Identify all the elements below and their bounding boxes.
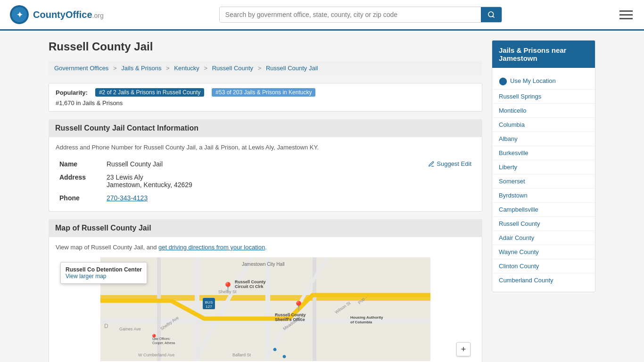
svg-text:📍: 📍 (293, 300, 305, 312)
view-larger-map-link[interactable]: View larger map (66, 273, 106, 280)
sidebar-link-item[interactable]: Liberty (492, 160, 595, 174)
breadcrumb-link-russell-county[interactable]: Russell County (212, 65, 253, 72)
svg-text:Circuit Ct Clrk: Circuit Ct Clrk (235, 284, 264, 289)
sidebar-box: Jails & Prisons near Jamestown ⬤ Use My … (492, 40, 595, 292)
logo-area: ✦ CountyOffice.org (9, 5, 104, 25)
sidebar-link-item[interactable]: Cumberland County (492, 273, 595, 287)
svg-rect-8 (265, 257, 270, 361)
svg-text:●: ● (272, 345, 277, 353)
main-content: Russell County Jail Government Offices >… (49, 40, 482, 362)
contact-row-name: Name Russell County Jail Suggest Edit (56, 157, 475, 171)
sidebar-link-item[interactable]: Somerset (492, 174, 595, 188)
svg-text:Jamestown City Hall: Jamestown City Hall (242, 262, 285, 267)
sidebar-link-item[interactable]: Russell Springs (492, 89, 595, 103)
map-section-header: Map of Russell County Jail (49, 219, 482, 237)
use-my-location-button[interactable]: ⬤ Use My Location (492, 73, 595, 89)
sidebar-link-item[interactable]: Columbia (492, 117, 595, 132)
map-container: Shelby St Shelby Ave Meadows Ln Gaines A… (56, 257, 475, 361)
name-label: Name (56, 157, 103, 171)
phone-value: 270-343-4123 (103, 191, 475, 205)
svg-text:Sheriff's Office: Sheriff's Office (275, 317, 305, 322)
sidebar-link-item[interactable]: Burkesville (492, 146, 595, 160)
svg-rect-10 (157, 257, 161, 361)
svg-text:W Cumberland Ave: W Cumberland Ave (138, 353, 174, 357)
phone-label: Phone (56, 191, 103, 205)
svg-text:Housing Authority: Housing Authority (350, 315, 383, 320)
site-header: ✦ CountyOffice.org (0, 0, 644, 31)
menu-line (619, 10, 633, 12)
search-button[interactable] (481, 7, 502, 22)
location-pin-icon: ⬤ (499, 76, 507, 85)
sidebar-links-container: Russell SpringsMonticelloColumbiaAlbanyB… (492, 89, 595, 287)
contact-section-body: Address and Phone Number for Russell Cou… (49, 137, 482, 212)
svg-text:Gaines Ave: Gaines Ave (119, 327, 141, 331)
logo-icon: ✦ (9, 5, 29, 25)
sidebar: Jails & Prisons near Jamestown ⬤ Use My … (492, 40, 595, 362)
popularity-label: Popularity: (56, 89, 88, 96)
svg-text:D: D (104, 323, 108, 329)
logo-text: CountyOffice.org (33, 9, 104, 20)
name-value: Russell County Jail Suggest Edit (103, 157, 475, 171)
svg-text:127: 127 (206, 304, 212, 309)
svg-text:●: ● (282, 352, 287, 360)
sidebar-header: Jails & Prisons near Jamestown (492, 41, 595, 68)
svg-text:of Columbia: of Columbia (350, 320, 372, 324)
popularity-bar: Popularity: #2 of 2 Jails & Prisons in R… (49, 83, 482, 112)
map-popup: Russell Co Detention Center View larger … (60, 262, 147, 284)
svg-text:📍: 📍 (222, 281, 234, 293)
search-icon (487, 11, 495, 18)
svg-text:Cooper, Athena: Cooper, Athena (152, 341, 175, 345)
sidebar-link-item[interactable]: Adair County (492, 230, 595, 245)
sidebar-link-item[interactable]: Clinton County (492, 259, 595, 273)
hamburger-menu-button[interactable] (618, 8, 635, 21)
popularity-rank3: #1,670 in Jails & Prisons (56, 99, 123, 107)
svg-text:✦: ✦ (17, 11, 23, 19)
sidebar-link-item[interactable]: Wayne County (492, 245, 595, 259)
svg-rect-7 (195, 257, 199, 361)
map-section-body: View map of Russell County Jail, and get… (49, 237, 482, 362)
address-value: 23 Lewis Aly Jamestown, Kentucky, 42629 (103, 171, 475, 191)
map-popup-title: Russell Co Detention Center (66, 266, 142, 273)
breadcrumb: Government Offices > Jails & Prisons > K… (49, 61, 482, 75)
search-input[interactable] (220, 7, 481, 22)
breadcrumb-link-ky[interactable]: Kentucky (174, 65, 199, 72)
contact-row-address: Address 23 Lewis Aly Jamestown, Kentucky… (56, 171, 475, 191)
svg-text:Russell County: Russell County (235, 280, 266, 284)
main-container: Russell County Jail Government Offices >… (39, 31, 605, 362)
breadcrumb-link-jails[interactable]: Jails & Prisons (121, 65, 161, 72)
zoom-in-button[interactable]: + (456, 342, 471, 356)
map-desc: View map of Russell County Jail, and get… (56, 244, 475, 251)
menu-line (619, 18, 633, 19)
sidebar-link-item[interactable]: Campbellsville (492, 202, 595, 216)
svg-text:Russell County: Russell County (275, 313, 306, 317)
popularity-rank1: #2 of 2 Jails & Prisons in Russell Count… (95, 88, 204, 97)
search-area (219, 7, 502, 23)
popularity-rank2: #53 of 203 Jails & Prisons in Kentucky (212, 88, 315, 97)
breadcrumb-link-current[interactable]: Russell County Jail (266, 65, 318, 72)
svg-text:📍: 📍 (150, 334, 158, 342)
contact-section-header: Russell County Jail Contact Information (49, 119, 482, 137)
sidebar-link-item[interactable]: Byrdstown (492, 188, 595, 202)
sidebar-link-item[interactable]: Albany (492, 132, 595, 146)
edit-icon (428, 161, 435, 167)
use-location-label: Use My Location (510, 77, 556, 84)
driving-directions-link[interactable]: get driving directions from your locatio… (158, 244, 265, 251)
contact-table: Name Russell County Jail Suggest Edit Ad… (56, 157, 475, 205)
breadcrumb-link-gov[interactable]: Government Offices (54, 65, 108, 72)
phone-link[interactable]: 270-343-4123 (107, 194, 148, 202)
sidebar-link-item[interactable]: Monticello (492, 103, 595, 117)
sidebar-link-item[interactable]: Russell County (492, 216, 595, 230)
menu-line (619, 14, 633, 16)
svg-text:Ballard St: Ballard St (232, 353, 251, 357)
address-label: Address (56, 171, 103, 191)
contact-row-phone: Phone 270-343-4123 (56, 191, 475, 205)
sidebar-body: ⬤ Use My Location Russell SpringsMontice… (492, 68, 595, 292)
suggest-edit-link[interactable]: Suggest Edit (428, 160, 471, 167)
page-title: Russell County Jail (49, 40, 482, 53)
contact-desc: Address and Phone Number for Russell Cou… (56, 144, 475, 151)
